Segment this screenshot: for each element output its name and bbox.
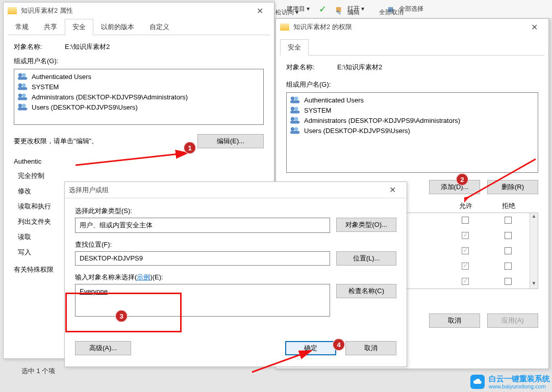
tab-custom[interactable]: 自定义 xyxy=(142,19,177,35)
checkbox-allow[interactable] xyxy=(462,263,469,270)
svg-point-13 xyxy=(294,97,298,100)
svg-point-3 xyxy=(18,84,22,87)
status-bar-text: 选中 1 个项 xyxy=(21,367,55,376)
location-label: 查找位置(F): xyxy=(75,240,396,249)
checkbox-allow[interactable] xyxy=(462,247,469,254)
object-types-button[interactable]: 对象类型(O)... xyxy=(336,218,396,232)
select-user-dialog: 选择用户或组 ✕ 选择此对象类型(S): 用户、组或内置安全主体 对象类型(O)… xyxy=(64,181,407,367)
group-list-label: 组或用户名(G): xyxy=(286,80,538,89)
svg-point-7 xyxy=(22,94,26,97)
svg-point-12 xyxy=(291,97,294,100)
svg-rect-17 xyxy=(290,111,299,114)
window-title: 知识库素材2 属性 xyxy=(21,6,249,15)
apply-button[interactable]: 应用(A) xyxy=(487,313,538,328)
object-path: E:\知识库素材2 xyxy=(337,63,382,72)
dialog-title: 选择用户或组 xyxy=(69,186,382,195)
checkbox-deny[interactable] xyxy=(505,278,512,285)
tab-security[interactable]: 安全 xyxy=(65,19,93,35)
tab-security[interactable]: 安全 xyxy=(280,39,309,56)
user-group-list[interactable]: Authenticated Users SYSTEM Administrator… xyxy=(286,92,538,173)
close-icon[interactable]: ✕ xyxy=(249,6,270,16)
close-icon[interactable]: ✕ xyxy=(382,185,403,195)
window-title: 知识库素材2 的权限 xyxy=(293,22,524,32)
checkbox-deny[interactable] xyxy=(505,247,512,254)
scrollbar[interactable]: ▲▼ xyxy=(530,213,538,289)
svg-point-19 xyxy=(294,117,298,121)
svg-point-0 xyxy=(18,73,22,77)
watermark-logo: 白云一键重装系统 www.baiyunxitong.com xyxy=(470,374,550,390)
group-list-label: 组或用户名(G): xyxy=(14,57,264,66)
location-field: DESKTOP-KDJVPS9 xyxy=(75,251,330,266)
folder-icon xyxy=(8,7,17,14)
cloud-icon xyxy=(470,375,485,389)
svg-rect-5 xyxy=(18,87,27,90)
edit-hint: 要更改权限，请单击"编辑"。 xyxy=(14,137,98,146)
svg-rect-14 xyxy=(290,100,299,103)
object-names-input[interactable]: Everyone xyxy=(75,284,330,317)
svg-point-6 xyxy=(18,94,22,97)
add-button[interactable]: 添加(D)... xyxy=(429,180,480,194)
check-names-button[interactable]: 检查名称(C) xyxy=(336,284,396,298)
checkbox-deny[interactable] xyxy=(505,263,512,270)
object-name-label: 对象名称: xyxy=(286,63,337,72)
tab-general[interactable]: 常规 xyxy=(8,19,36,35)
object-type-label: 选择此对象类型(S): xyxy=(75,206,396,216)
object-type-field: 用户、组或内置安全主体 xyxy=(75,218,330,233)
locations-button[interactable]: 位置(L)... xyxy=(336,251,396,266)
ribbon-item2[interactable]: 松访问 ▾ xyxy=(275,8,298,17)
remove-button[interactable]: 删除(R) xyxy=(487,180,538,194)
svg-point-15 xyxy=(291,107,294,111)
tab-previous[interactable]: 以前的版本 xyxy=(93,19,142,35)
tab-strip: 常规 共享 安全 以前的版本 自定义 xyxy=(8,19,270,35)
perm-for: Authentic xyxy=(14,158,264,165)
advanced-button[interactable]: 高级(A)... xyxy=(75,341,131,355)
svg-point-22 xyxy=(294,127,298,131)
checkbox-allow[interactable] xyxy=(462,217,469,224)
checkbox-allow[interactable] xyxy=(462,232,469,239)
svg-point-10 xyxy=(22,104,26,108)
ribbon-select-none[interactable]: 全部取消 xyxy=(379,8,404,17)
example-link[interactable]: 示例 xyxy=(137,273,150,281)
svg-point-1 xyxy=(22,73,26,77)
folder-icon xyxy=(280,23,289,31)
cancel-button[interactable]: 取消 xyxy=(345,341,396,355)
object-name-label: 对象名称: xyxy=(14,42,65,51)
svg-point-9 xyxy=(18,104,22,108)
svg-rect-20 xyxy=(290,121,299,124)
svg-rect-11 xyxy=(18,108,27,111)
svg-point-18 xyxy=(291,117,294,121)
user-group-list[interactable]: Authenticated Users SYSTEM Administrator… xyxy=(14,69,264,125)
tab-share[interactable]: 共享 xyxy=(36,19,65,35)
checkbox-allow[interactable] xyxy=(462,278,469,285)
svg-rect-23 xyxy=(290,131,299,134)
svg-point-16 xyxy=(294,107,298,111)
checkbox-deny[interactable] xyxy=(505,232,512,239)
ok-button[interactable]: 确定 xyxy=(285,341,336,355)
names-label: 输入对象名称来选择(示例)(E): xyxy=(75,273,396,282)
edit-button[interactable]: 编辑(E)... xyxy=(197,134,264,148)
checkbox-deny[interactable] xyxy=(505,217,512,224)
svg-rect-2 xyxy=(18,77,27,80)
cancel-button[interactable]: 取消 xyxy=(429,313,480,328)
close-icon[interactable]: ✕ xyxy=(524,22,544,32)
svg-point-21 xyxy=(291,127,294,131)
svg-point-4 xyxy=(22,84,26,87)
object-path: E:\知识库素材2 xyxy=(65,42,110,51)
ribbon-edit[interactable]: ✎ 编辑 xyxy=(336,8,359,17)
svg-rect-8 xyxy=(18,97,27,100)
